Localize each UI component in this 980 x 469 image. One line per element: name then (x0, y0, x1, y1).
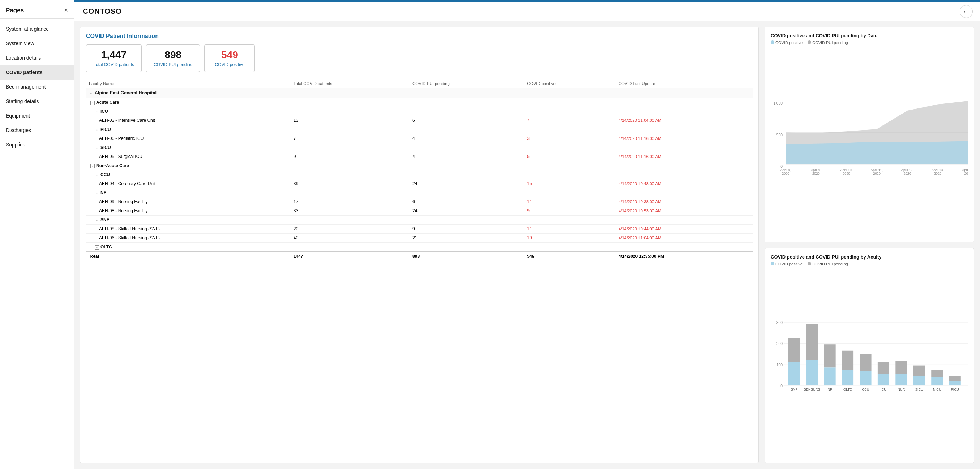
svg-text:April 12,: April 12, (901, 168, 913, 172)
stat-label: Total COVID patients (94, 62, 134, 67)
chart1-card: COVID positive and COVID PUI pending by … (765, 27, 974, 242)
sidebar-header: Pages × (0, 0, 74, 19)
svg-rect-37 (842, 350, 853, 370)
stat-card: 549COVID positive (204, 45, 255, 72)
svg-rect-38 (842, 370, 853, 386)
stat-label: COVID PUI pending (154, 62, 192, 67)
table-row: Total14478985494/14/2020 12:35:00 PM (86, 252, 752, 261)
sidebar-item[interactable]: Equipment (0, 108, 74, 123)
svg-rect-56 (949, 381, 961, 386)
sidebar-item[interactable]: Discharges (0, 123, 74, 137)
table-header-cell: COVID Last Update (616, 79, 752, 88)
svg-text:GENSURG: GENSURG (803, 388, 821, 391)
svg-rect-53 (931, 377, 943, 385)
svg-text:1,000: 1,000 (773, 101, 783, 105)
table-row: -CCU (86, 170, 752, 179)
back-button[interactable]: ← (960, 5, 973, 18)
left-panel: COVID Patient Information 1,447Total COV… (80, 27, 759, 463)
svg-text:April 13,: April 13, (932, 168, 944, 172)
chart2-card: COVID positive and COVID PUI pending by … (765, 248, 974, 464)
sidebar-close-button[interactable]: × (64, 6, 68, 14)
stat-value: 898 (154, 49, 192, 61)
table-row: -ICU (86, 107, 752, 116)
svg-rect-44 (878, 373, 889, 385)
chart1-svg: 1,0005000April 8,2020April 9,2020April 1… (771, 48, 968, 236)
svg-rect-49 (913, 365, 925, 376)
sidebar-nav: System at a glanceSystem viewLocation de… (0, 19, 74, 155)
svg-text:SNF: SNF (791, 388, 797, 391)
table-row: AEH-06 - Pediatric ICU7434/14/2020 11:16… (86, 134, 752, 143)
sidebar-item[interactable]: Staffing details (0, 94, 74, 108)
svg-rect-31 (806, 324, 818, 360)
svg-text:NICU: NICU (933, 388, 941, 391)
table-container[interactable]: Facility NameTotal COVID patientsCOVID P… (86, 79, 752, 457)
svg-text:CCU: CCU (862, 388, 869, 391)
sidebar: Pages × System at a glanceSystem viewLoc… (0, 0, 74, 469)
svg-rect-43 (878, 362, 889, 373)
svg-rect-28 (788, 338, 800, 362)
sidebar-title: Pages (6, 7, 24, 14)
svg-text:April 11,: April 11, (871, 168, 883, 172)
svg-rect-32 (806, 360, 818, 386)
stat-value: 1,447 (94, 49, 134, 61)
svg-text:April 9,: April 9, (811, 168, 821, 172)
svg-rect-29 (788, 362, 800, 385)
chart1-legend: COVID positiveCOVID PUI pending (771, 40, 968, 45)
svg-text:NUR: NUR (897, 388, 905, 391)
svg-text:2020: 2020 (782, 172, 789, 175)
sidebar-item[interactable]: COVID patients (0, 65, 74, 80)
svg-text:April 8,: April 8, (780, 168, 791, 172)
svg-text:100: 100 (776, 363, 783, 367)
sidebar-item[interactable]: Location details (0, 51, 74, 65)
table-row: -NF (86, 188, 752, 198)
svg-rect-41 (860, 371, 871, 386)
svg-text:SICU: SICU (915, 388, 923, 391)
svg-rect-40 (860, 354, 871, 371)
table-row: AEH-03 - Intensive Care Unit13674/14/202… (86, 116, 752, 125)
topbar: CONTOSO ← (74, 2, 980, 21)
svg-text:OLTC: OLTC (843, 388, 852, 391)
table-row: -Alpine East General Hospital (86, 88, 752, 98)
table-header-cell: Facility Name (86, 79, 291, 88)
table-row: -OLTC (86, 242, 752, 252)
table-header-cell: COVID PUI pending (410, 79, 524, 88)
stat-card: 1,447Total COVID patients (86, 45, 142, 72)
chart1-legend-item: COVID positive (771, 40, 802, 45)
table-row: AEH-08 - Skilled Nursing (SNF)209114/14/… (86, 225, 752, 234)
chart2-legend-item: COVID positive (771, 262, 802, 266)
svg-text:NF: NF (827, 388, 832, 391)
chart2-svg: 3002001000SNFGENSURGNFOLTCCCUICUNURSICUN… (771, 269, 968, 458)
table-row: -Acute Care (86, 98, 752, 107)
svg-rect-34 (824, 344, 836, 367)
svg-text:PICU: PICU (951, 388, 959, 391)
svg-text:April 14,: April 14, (962, 168, 968, 172)
right-panel: COVID positive and COVID PUI pending by … (765, 27, 974, 463)
sidebar-item[interactable]: System view (0, 36, 74, 51)
svg-rect-52 (931, 370, 943, 377)
table-row: -SNF (86, 215, 752, 225)
table-row: -Non-Acute Care (86, 161, 752, 170)
svg-rect-35 (824, 367, 836, 386)
chart2-area: 3002001000SNFGENSURGNFOLTCCCUICUNURSICUN… (771, 269, 968, 458)
svg-rect-55 (949, 376, 961, 381)
table-header-cell: Total COVID patients (291, 79, 410, 88)
stat-value: 549 (212, 49, 247, 61)
sidebar-item[interactable]: Bed management (0, 80, 74, 94)
chart1-area: 1,0005000April 8,2020April 9,2020April 1… (771, 48, 968, 236)
sidebar-item[interactable]: System at a glance (0, 22, 74, 36)
svg-text:ICU: ICU (881, 388, 886, 391)
table-row: -SICU (86, 143, 752, 152)
section-title: COVID Patient Information (86, 33, 752, 40)
svg-text:April 10,: April 10, (840, 168, 853, 172)
content-area: COVID Patient Information 1,447Total COV… (74, 21, 980, 469)
chart1-legend-item: COVID PUI pending (808, 40, 848, 45)
svg-text:2020: 2020 (934, 172, 942, 175)
stat-card: 898COVID PUI pending (146, 45, 200, 72)
chart2-title: COVID positive and COVID PUI pending by … (771, 254, 968, 260)
sidebar-item[interactable]: Supplies (0, 137, 74, 152)
table-row: -PICU (86, 125, 752, 134)
table-row: AEH-09 - Nursing Facility176114/14/2020 … (86, 198, 752, 206)
table-header-cell: COVID positive (524, 79, 615, 88)
chart2-legend: COVID positiveCOVID PUI pending (771, 262, 968, 266)
svg-text:2020: 2020 (812, 172, 820, 175)
